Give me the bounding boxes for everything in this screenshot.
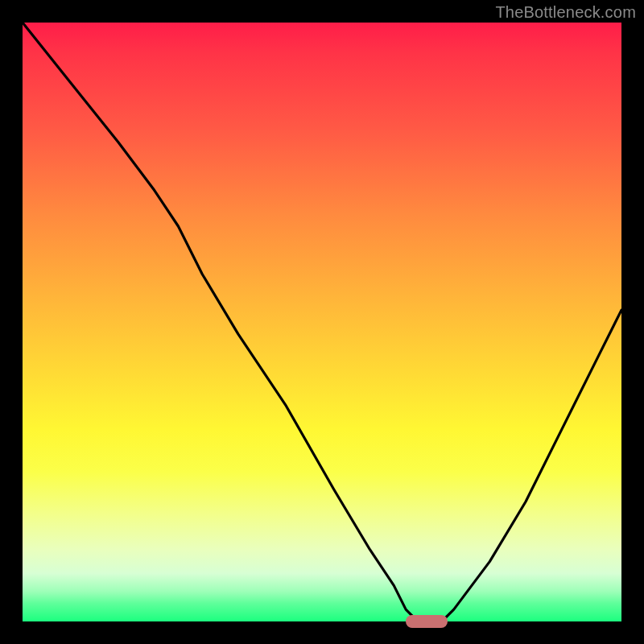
plot-area [23, 23, 621, 621]
bottleneck-curve [23, 23, 621, 621]
minimum-marker [406, 615, 448, 628]
watermark-text: TheBottleneck.com [495, 3, 636, 22]
